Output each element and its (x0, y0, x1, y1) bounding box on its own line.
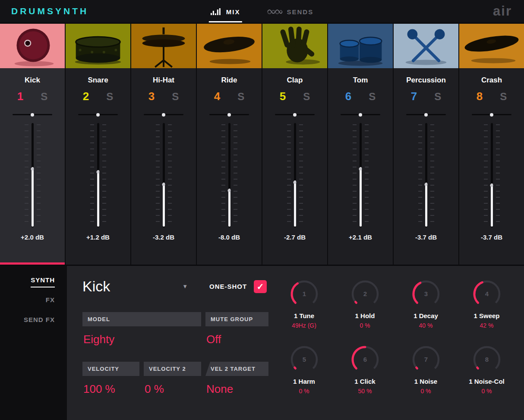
channel-number: 2 (83, 90, 89, 103)
solo-button[interactable]: S (369, 91, 376, 103)
model-value[interactable]: Eighty (82, 333, 201, 346)
pan-handle[interactable] (227, 113, 231, 117)
sidebar-item-send-fx[interactable]: SEND FX (0, 316, 67, 327)
snare-pad-image[interactable] (66, 24, 130, 68)
fader-handle[interactable] (360, 167, 362, 227)
channel-strip-percussion[interactable]: Percussion 7 S -3.7 dB (394, 24, 458, 265)
tab-sends[interactable]: SENDS (265, 0, 315, 22)
volume-fader[interactable] (484, 123, 500, 227)
pan-handle[interactable] (162, 113, 165, 117)
channel-name: Percussion (406, 76, 446, 85)
volume-fader[interactable] (418, 123, 434, 227)
fader-handle[interactable] (97, 170, 99, 227)
fader-ticks (353, 124, 357, 226)
fader-track[interactable] (294, 123, 296, 227)
pan-slider[interactable] (13, 114, 52, 115)
solo-button[interactable]: S (500, 91, 507, 103)
kick-drum-icon (0, 24, 65, 68)
solo-button[interactable]: S (237, 91, 244, 103)
knob-click[interactable]: 6 1 Click 50 % (335, 343, 395, 395)
velocity2-value[interactable]: 0 % (144, 382, 201, 396)
mix-bars-icon (211, 8, 222, 15)
mute-group-label: MUTE GROUP (205, 312, 268, 326)
clap-pad-image[interactable] (262, 24, 327, 68)
fader-handle[interactable] (228, 189, 230, 227)
volume-fader[interactable] (25, 123, 41, 227)
fader-track[interactable] (491, 123, 493, 227)
knob-hold[interactable]: 2 1 Hold 0 % (335, 277, 395, 329)
pan-handle[interactable] (96, 113, 100, 117)
fader-handle[interactable] (294, 180, 296, 227)
sidebar-item-synth[interactable]: SYNTH (0, 276, 67, 287)
knob-noise-col[interactable]: 8 1 Noise-Col 0 % (456, 343, 517, 395)
pan-handle[interactable] (31, 113, 34, 117)
channel-number: 3 (148, 90, 155, 103)
ride-pad-image[interactable] (197, 24, 262, 68)
solo-button[interactable]: S (303, 91, 310, 103)
solo-button[interactable]: S (106, 91, 113, 103)
channel-strip-hihat[interactable]: Hi-Hat 3 S -3.2 dB (131, 24, 196, 265)
channel-strip-snare[interactable]: Snare 2 S +1.2 dB (66, 24, 130, 265)
fader-track[interactable] (32, 123, 34, 227)
pan-slider[interactable] (275, 114, 315, 115)
knob-noise[interactable]: 7 1 Noise 0 % (395, 343, 456, 395)
pan-slider[interactable] (472, 114, 511, 115)
channel-strip-clap[interactable]: Clap 5 S -2.7 dB (262, 24, 327, 265)
pan-slider[interactable] (144, 114, 183, 115)
tab-mix[interactable]: MIX (209, 0, 242, 22)
vel2-target-value[interactable]: None (205, 382, 268, 396)
fader-ticks (168, 124, 172, 226)
fader-track[interactable] (425, 123, 427, 227)
volume-fader[interactable] (287, 123, 303, 227)
channel-strip-kick[interactable]: Kick 1 S +2.0 dB (0, 24, 65, 265)
knob-tune[interactable]: 1 1 Tune 49Hz (G) (274, 277, 335, 329)
volume-fader[interactable] (221, 123, 237, 227)
percussion-pad-image[interactable] (394, 24, 458, 68)
snare-drum-icon (66, 24, 130, 68)
sidebar-item-fx[interactable]: FX (0, 296, 67, 307)
model-label: MODEL (82, 312, 201, 326)
fader-track[interactable] (97, 123, 99, 227)
volume-db-label: -3.7 dB (415, 234, 437, 241)
pan-handle[interactable] (424, 113, 428, 117)
solo-button[interactable]: S (41, 91, 47, 103)
pan-handle[interactable] (293, 113, 297, 117)
pad-selector-dropdown[interactable]: Kick ▼ (82, 278, 190, 295)
fader-handle[interactable] (425, 183, 427, 227)
knob-harm[interactable]: 5 1 Harm 0 % (274, 343, 335, 395)
mute-group-value[interactable]: Off (205, 333, 268, 346)
volume-db-label: +1.2 dB (86, 234, 110, 241)
volume-fader[interactable] (156, 123, 172, 227)
hihat-pad-image[interactable] (131, 24, 196, 68)
fader-handle[interactable] (163, 183, 165, 227)
one-shot-checkbox[interactable]: ✓ (254, 280, 267, 293)
solo-button[interactable]: S (172, 91, 179, 103)
pan-handle[interactable] (359, 113, 362, 117)
fader-track[interactable] (163, 123, 165, 227)
fader-ticks (90, 124, 94, 226)
fader-ticks (221, 124, 225, 226)
channel-strip-ride[interactable]: Ride 4 S -8.0 dB (197, 24, 262, 265)
pan-slider[interactable] (406, 114, 446, 115)
channel-strip-crash[interactable]: Crash 8 S -3.7 dB (459, 24, 524, 265)
pan-slider[interactable] (78, 114, 118, 115)
volume-fader[interactable] (90, 123, 106, 227)
fader-handle[interactable] (491, 183, 493, 227)
fader-track[interactable] (228, 123, 230, 227)
fader-handle[interactable] (32, 167, 34, 227)
crash-pad-image[interactable] (459, 24, 524, 68)
knob-sweep[interactable]: 4 1 Sweep 42 % (456, 277, 517, 329)
fader-track[interactable] (360, 123, 362, 227)
channel-strip-tom[interactable]: Tom 6 S +2.1 dB (328, 24, 393, 265)
solo-button[interactable]: S (434, 91, 441, 103)
pan-handle[interactable] (490, 113, 493, 117)
pan-slider[interactable] (209, 114, 249, 115)
kick-pad-image[interactable] (0, 24, 65, 68)
pan-slider[interactable] (341, 114, 380, 115)
fader-ticks (234, 124, 237, 226)
velocity-value[interactable]: 100 % (82, 382, 139, 396)
vel2-target-field: VEL 2 TARGET None (205, 362, 268, 396)
knob-decay[interactable]: 3 1 Decay 40 % (395, 277, 456, 329)
tom-pad-image[interactable] (328, 24, 393, 68)
volume-fader[interactable] (353, 123, 369, 227)
